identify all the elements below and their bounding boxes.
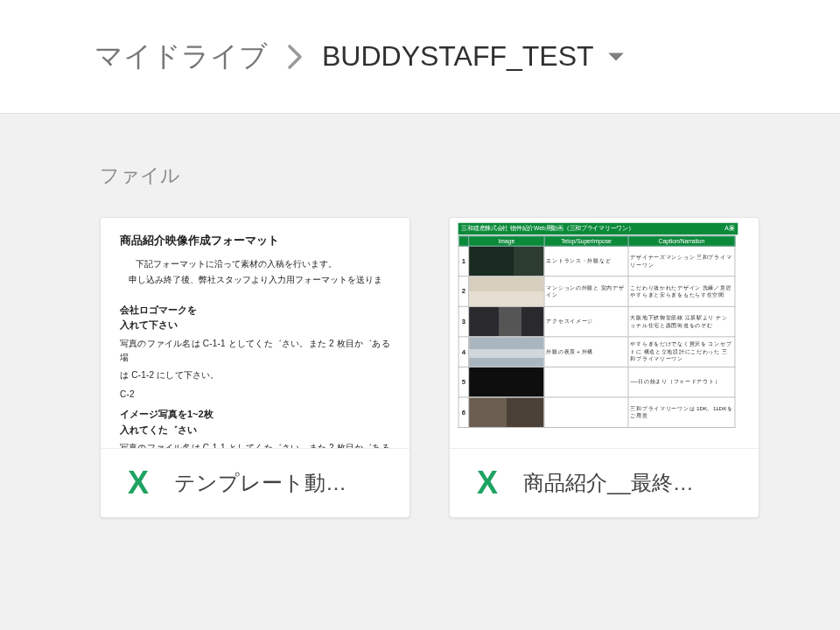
thumb-line: 申し込み終了後、弊社スタッフより入力用フォーマットを送りま — [120, 273, 390, 287]
header-bar: マイドライブ BUDDYSTAFF_TEST — [0, 0, 840, 114]
breadcrumb-root[interactable]: マイドライブ — [94, 38, 268, 76]
file-thumbnail: 商品紹介映像作成フォーマット 下記フォーマットに沿って素材の入稿を行います。 申… — [101, 218, 410, 449]
breadcrumb-current[interactable]: BUDDYSTAFF_TEST — [322, 40, 626, 73]
sheets-icon: X — [469, 465, 502, 501]
thumb-line: 入れて下さい — [120, 318, 390, 333]
thumb-bar-left: 三和建産株式会社 物件紹介Web用動画（三和プライマリーワン） — [461, 225, 634, 234]
thumb-line: イメージ写真を1~2枚 — [120, 407, 390, 423]
file-name: テンプレート動… — [174, 469, 390, 497]
file-card-footer: X 商品紹介__最終… — [450, 449, 759, 517]
section-label-files: ファイル — [0, 114, 840, 196]
thumb-title: 商品紹介映像作成フォーマット — [120, 232, 390, 250]
file-name: 商品紹介__最終… — [523, 469, 739, 497]
file-grid: 商品紹介映像作成フォーマット 下記フォーマットに沿って素材の入稿を行います。 申… — [0, 196, 840, 518]
file-thumbnail: 三和建産株式会社 物件紹介Web用動画（三和プライマリーワン） A案 Image… — [450, 218, 759, 449]
thumb-line: は C-1-2 にして下さい。 — [120, 368, 390, 382]
table-row: 2マンションの外観と 室内デザインこだわり抜かれたデザイン 洗練／意匠 やすらぎ… — [458, 276, 735, 307]
sheets-icon: X — [120, 465, 153, 501]
table-row: 5──日の始まり（フェードアウト） — [458, 367, 735, 397]
th: Caption/Narration — [628, 236, 735, 247]
thumb-line: 写真のファイル名は C-1-1 としてくた゛さい。また 2 枚目か゛ある場 — [120, 337, 390, 365]
thumb-line: 入れてくた゛さい — [120, 423, 390, 438]
file-card[interactable]: 三和建産株式会社 物件紹介Web用動画（三和プライマリーワン） A案 Image… — [449, 217, 760, 518]
file-card-footer: X テンプレート動… — [101, 449, 410, 517]
file-card[interactable]: 商品紹介映像作成フォーマット 下記フォーマットに沿って素材の入稿を行います。 申… — [100, 217, 410, 518]
thumb-line: C-2 — [120, 388, 390, 402]
th: Telop/Superimpose — [544, 236, 628, 247]
table-row: 6三和プライマリーワンは 1DK、1LDKをご用意 — [458, 397, 735, 428]
table-row: 1エントランス・外観などデザイナーズマンション 三和プライマリーワン — [458, 246, 735, 276]
thumb-bar-right: A案 — [724, 225, 734, 234]
table-row: 3アクセスイメージ大阪地下鉄御堂筋線 江坂駅より ナショナル住宅と西国街道をのぞ… — [458, 306, 735, 337]
th — [458, 236, 469, 247]
thumb-line: 下記フォーマットに沿って素材の入稿を行います。 — [120, 257, 390, 271]
thumb-line: 会社ロゴマークを — [120, 303, 390, 318]
table-row: 4外観の夜景＋外構やすらぎをだけでなく贅沢を コンセプトに 構造と立地設計にこだ… — [458, 337, 735, 368]
th: Image — [469, 236, 544, 247]
thumb-line: 写真のファイル名は C-1-1 としてくた゛さい。また 2 枚目か゛ある場 — [120, 441, 390, 449]
thumb-table: Image Telop/Superimpose Caption/Narratio… — [458, 235, 736, 428]
chevron-right-icon — [287, 44, 303, 70]
breadcrumb-current-label: BUDDYSTAFF_TEST — [322, 40, 594, 73]
breadcrumb: マイドライブ BUDDYSTAFF_TEST — [94, 38, 626, 76]
caret-down-icon — [606, 51, 626, 63]
